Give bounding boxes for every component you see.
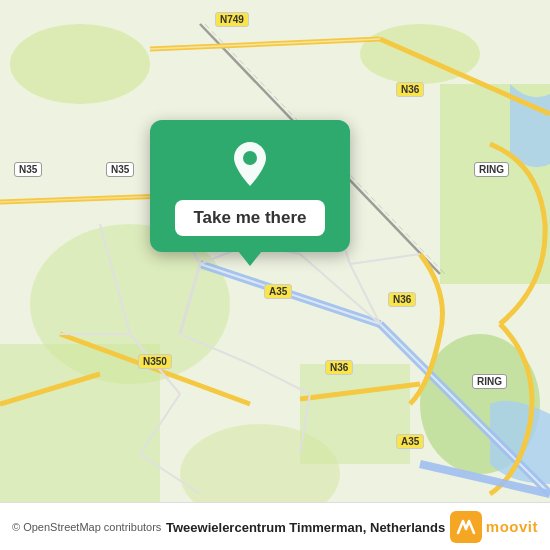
popup-card[interactable]: Take me there — [150, 120, 350, 252]
road-label-n35-left: N35 — [14, 162, 42, 177]
svg-rect-7 — [0, 344, 160, 524]
road-label-n36-low: N36 — [325, 360, 353, 375]
bottom-bar-left: © OpenStreetMap contributors — [12, 521, 161, 533]
road-label-n36-mid: N36 — [388, 292, 416, 307]
moovit-logo: moovit — [450, 511, 538, 543]
road-label-n749: N749 — [215, 12, 249, 27]
place-name-container: Tweewielercentrum Timmerman, Netherlands — [166, 518, 445, 536]
road-label-ring-top: RING — [474, 162, 509, 177]
bottom-bar: © OpenStreetMap contributors Tweewielerc… — [0, 502, 550, 550]
svg-point-40 — [243, 151, 257, 165]
map-container: N749 N36 N35 N35 RING A35 N36 N350 N36 R… — [0, 0, 550, 550]
road-label-a35-low: A35 — [396, 434, 424, 449]
place-name: Tweewielercentrum Timmerman, Netherlands — [166, 520, 445, 535]
map-roads — [0, 0, 550, 550]
moovit-brand-text: moovit — [486, 518, 538, 535]
road-label-n36-top: N36 — [396, 82, 424, 97]
take-me-there-button[interactable]: Take me there — [175, 200, 324, 236]
road-label-n35-mid: N35 — [106, 162, 134, 177]
moovit-icon — [450, 511, 482, 543]
copyright-text: © OpenStreetMap contributors — [12, 521, 161, 533]
road-label-ring-low: RING — [472, 374, 507, 389]
location-pin-icon — [224, 138, 276, 190]
road-label-n350: N350 — [138, 354, 172, 369]
svg-point-1 — [10, 24, 150, 104]
road-label-a35-mid: A35 — [264, 284, 292, 299]
